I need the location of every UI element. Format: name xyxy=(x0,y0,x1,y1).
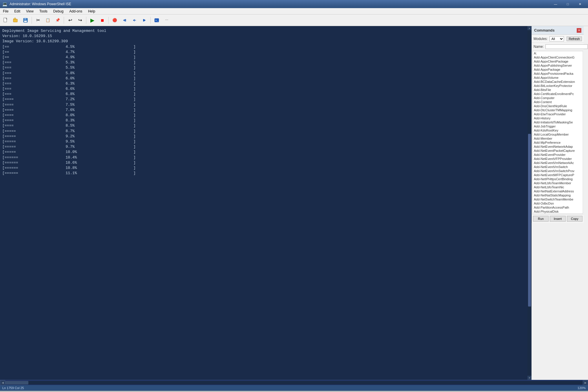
command-item[interactable]: Add-NetLbfoTeamMember xyxy=(533,181,583,185)
command-item[interactable]: Add-NetEventPacketCapture xyxy=(533,149,583,153)
command-item[interactable]: Add-NetEventVmSwitchProv xyxy=(533,169,583,173)
command-item[interactable]: Add-NetIPHttpsCertBinding xyxy=(533,177,583,181)
commands-name-row: Name: xyxy=(532,43,584,50)
command-item[interactable]: Add-NetEventVmSwitch xyxy=(533,165,583,169)
command-item[interactable]: Add-KdsRootKey xyxy=(533,128,583,132)
command-item[interactable]: Add-OdbcDsn xyxy=(533,201,583,205)
svg-text:>_: >_ xyxy=(155,19,158,22)
name-input[interactable] xyxy=(545,44,588,49)
stop-button[interactable]: ⏹ xyxy=(98,16,107,25)
command-item[interactable]: Add-AppvClientConnectionG xyxy=(533,55,583,59)
show-command-button[interactable]: >_ xyxy=(152,16,161,25)
h-scroll-thumb[interactable] xyxy=(5,381,28,384)
menu-item-debug[interactable]: Debug xyxy=(50,8,66,14)
cut-button[interactable]: ✂ xyxy=(33,16,43,25)
scrollbar-thumb[interactable] xyxy=(528,134,531,307)
command-item[interactable]: Add-NetEventVFPProvider xyxy=(533,157,583,161)
paste-button[interactable]: 📌 xyxy=(53,16,62,25)
command-item[interactable]: Add-NetNatStaticMapping xyxy=(533,193,583,197)
command-item[interactable]: Add-PhysicalDisk xyxy=(533,209,583,214)
copy-button[interactable]: Copy xyxy=(567,216,582,222)
command-item[interactable]: Add-AppxProvisionedPacka xyxy=(533,72,583,76)
copy-toolbar-button[interactable]: 📋 xyxy=(43,16,52,25)
command-item[interactable]: Add-BitsFile xyxy=(533,88,583,92)
status-bar: Ln 1759 Col 25 120% xyxy=(0,385,588,391)
maximize-button[interactable]: □ xyxy=(562,1,574,7)
scrollbar-track[interactable] xyxy=(527,30,532,376)
console-line: [===== 9.7% ] xyxy=(2,144,529,149)
command-item[interactable]: Add-AppxVolume xyxy=(533,76,583,80)
console-line: [== 4.9% ] xyxy=(2,55,529,60)
step-over-button[interactable] xyxy=(120,16,129,25)
new-button[interactable] xyxy=(1,16,10,25)
console-pane[interactable]: Deployment Image Servicing and Managemen… xyxy=(0,26,532,380)
title-bar-icon: 💻 xyxy=(2,2,7,6)
commands-list[interactable]: A:Add-AppvClientConnectionGAdd-AppvClien… xyxy=(532,51,583,214)
command-item[interactable]: Add-AppvPublishingServer xyxy=(533,63,583,68)
command-item[interactable]: Add-Computer xyxy=(533,96,583,100)
command-item[interactable]: Add-DtcClusterTMMapping xyxy=(533,108,583,112)
command-item[interactable]: Add-InitiatorIdToMaskingSe xyxy=(533,120,583,124)
open-button[interactable] xyxy=(11,16,20,25)
commands-modules-row: Modules: AllActiveDirectoryAppLockerBits… xyxy=(532,35,584,43)
run-button[interactable]: Run xyxy=(533,216,549,222)
command-item[interactable]: Add-Content xyxy=(533,100,583,104)
minimize-button[interactable]: — xyxy=(550,1,561,7)
step-into-button[interactable] xyxy=(130,16,139,25)
console-scrollbar[interactable]: ▲ ▼ xyxy=(527,26,532,380)
command-item[interactable]: Add-NetSwitchTeamMembe xyxy=(533,197,583,201)
command-item[interactable]: Add-DnsClientNrptRule xyxy=(533,104,583,108)
run-script-button[interactable]: ▶ xyxy=(88,16,97,25)
h-scroll-left-arrow[interactable]: ◀ xyxy=(0,380,5,385)
commands-close-button[interactable]: ✕ xyxy=(577,28,581,33)
refresh-button[interactable]: Refresh xyxy=(567,37,582,41)
command-item[interactable]: Add-NetEventWFPCaptureP xyxy=(533,173,583,177)
command-item[interactable]: Add-AppvClientPackage xyxy=(533,59,583,63)
command-item[interactable]: Add-BCDataCacheExtension xyxy=(533,80,583,84)
command-item[interactable]: Add-EtwTraceProvider xyxy=(533,112,583,116)
modules-select[interactable]: AllActiveDirectoryAppLockerBitsTransfer xyxy=(549,36,564,41)
commands-footer: Run Insert Copy xyxy=(532,214,584,223)
toolbar-sep-5 xyxy=(150,17,151,24)
menu-item-tools[interactable]: Tools xyxy=(36,8,50,14)
command-item[interactable]: Add-BitLockerKeyProtector xyxy=(533,84,583,88)
command-item[interactable]: Add-Member xyxy=(533,136,583,141)
menu-item-help[interactable]: Help xyxy=(85,8,98,14)
status-zoom: 120% xyxy=(578,386,586,390)
command-item[interactable]: A: xyxy=(533,51,583,55)
menu-item-view[interactable]: View xyxy=(23,8,36,14)
command-item[interactable]: Add-History xyxy=(533,116,583,120)
scroll-down-arrow[interactable]: ▼ xyxy=(527,376,532,380)
command-item[interactable]: Add-CertificateEnrollmentPc xyxy=(533,92,583,96)
undo-button[interactable]: ↩ xyxy=(65,16,75,25)
breakpoint-button[interactable]: 🔴 xyxy=(110,16,119,25)
menu-item-add-ons[interactable]: Add-ons xyxy=(66,8,85,14)
extra-button[interactable]: ⋯ xyxy=(162,16,171,25)
commands-header: Commands ✕ xyxy=(532,26,584,35)
console-line: [====== 10.6% ] xyxy=(2,160,529,165)
command-item[interactable]: Add-JobTrigger xyxy=(533,124,583,128)
svg-marker-3 xyxy=(13,18,16,19)
save-button[interactable] xyxy=(21,16,30,25)
h-scroll-track[interactable] xyxy=(5,381,583,384)
menu-item-edit[interactable]: Edit xyxy=(11,8,23,14)
menu-item-file[interactable]: File xyxy=(0,8,11,14)
horizontal-scrollbar[interactable]: ◀ ▶ xyxy=(0,380,588,385)
h-scroll-right-arrow[interactable]: ▶ xyxy=(583,380,588,385)
command-item[interactable]: Add-AppxPackage xyxy=(533,68,583,72)
command-item[interactable]: Add-MpPreference xyxy=(533,141,583,145)
command-item[interactable]: Add-NetEventProvider xyxy=(533,153,583,157)
command-item[interactable]: Add-NetEventVmNetworkAc xyxy=(533,161,583,165)
close-button[interactable]: ✕ xyxy=(574,1,586,7)
command-item[interactable]: Add-PartitionAccessPath xyxy=(533,205,583,209)
console-line: [=== 6.3% ] xyxy=(2,81,529,86)
command-item[interactable]: Add-LocalGroupMember xyxy=(533,132,583,136)
scroll-up-arrow[interactable]: ▲ xyxy=(527,26,532,30)
redo-button[interactable]: ↪ xyxy=(75,16,85,25)
command-item[interactable]: Add-NetEventNetworkAdap xyxy=(533,145,583,149)
step-out-button[interactable] xyxy=(140,16,149,25)
console-output: Deployment Image Servicing and Managemen… xyxy=(2,28,529,378)
insert-button[interactable]: Insert xyxy=(550,216,565,222)
command-item[interactable]: Add-NetNatExternalAddress xyxy=(533,189,583,193)
command-item[interactable]: Add-NetLbfoTeamNic xyxy=(533,185,583,189)
